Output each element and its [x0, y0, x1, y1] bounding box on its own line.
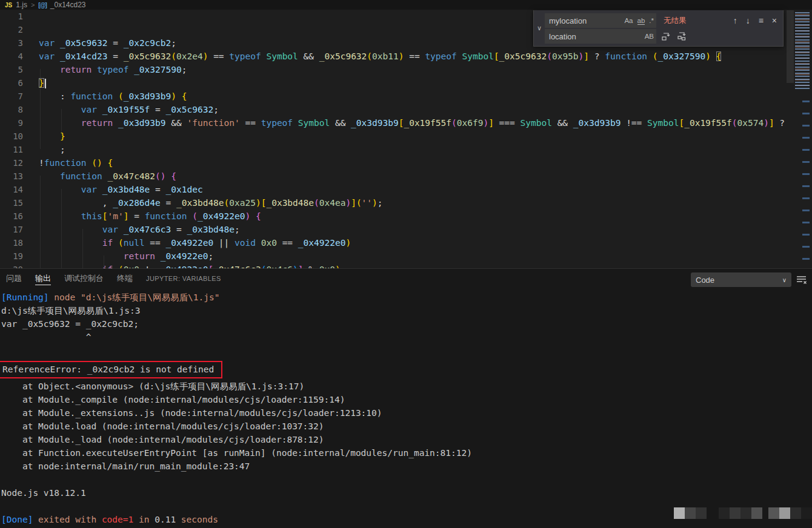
- code-token: _0x286d4e: [113, 198, 161, 208]
- line-number: 16: [0, 210, 23, 223]
- output-line: var _0x5c9632 = _0x2c9cb2;: [1, 317, 812, 331]
- code-line[interactable]: 15 , _0x286d4e = _0x3bd48e(0xa25)[_0x3bd…: [0, 196, 812, 210]
- text-cursor: [45, 79, 46, 88]
- code-token: [39, 65, 60, 74]
- clear-output-icon[interactable]: [796, 275, 807, 285]
- code-token: ): [161, 171, 166, 181]
- code-token: [166, 171, 171, 181]
- code-line[interactable]: 14 var _0x3bd48e = _0x1dec: [0, 183, 812, 196]
- line-number: 10: [0, 130, 23, 143]
- panel-tab[interactable]: 调试控制台: [64, 269, 104, 288]
- code-token: ==: [145, 238, 166, 248]
- code-token: null: [124, 238, 145, 248]
- code-token: (: [732, 118, 737, 128]
- output-channel-select[interactable]: Code ∨: [691, 272, 791, 287]
- code-token: var: [81, 105, 102, 114]
- previous-match-icon[interactable]: ↑: [733, 16, 737, 25]
- minimap-marks: [802, 101, 810, 264]
- code-line[interactable]: 12!function () {: [0, 156, 812, 170]
- indent-guide: [82, 229, 83, 268]
- output-line: Node.js v18.12.1: [1, 486, 812, 500]
- code-text: : function (_0x3d93b9) {: [39, 91, 187, 101]
- output-channel-value: Code: [696, 276, 714, 285]
- replace-input[interactable]: [545, 29, 656, 44]
- code-token: =: [150, 105, 165, 114]
- code-token: _0x3bd48e: [176, 198, 224, 208]
- indent-guide: [61, 109, 62, 136]
- code-token: [102, 158, 108, 168]
- code-token: [: [679, 118, 684, 128]
- code-token: =: [128, 211, 144, 221]
- code-token: (: [224, 198, 230, 208]
- code-line[interactable]: 9 return _0x3d93b9 && 'function' == type…: [0, 116, 812, 130]
- match-case-icon[interactable]: Aa: [624, 17, 633, 24]
- code-line[interactable]: 10 }: [0, 130, 812, 143]
- next-match-icon[interactable]: ↓: [746, 16, 750, 25]
- code-token: _0x4922e0: [298, 238, 346, 248]
- code-token: (: [356, 198, 362, 208]
- code-token: &&: [330, 118, 351, 128]
- close-icon[interactable]: ×: [772, 16, 777, 25]
- line-number: 1: [0, 10, 23, 23]
- code-token: var: [39, 51, 60, 61]
- code-token: d:\js练手项目\网易易盾\1.js:3: [1, 306, 141, 315]
- scrollbar-thumb[interactable]: [787, 10, 794, 83]
- code-token: _0x4922e0: [198, 211, 245, 221]
- code-token: =: [150, 185, 165, 194]
- code-line[interactable]: 11 ;: [0, 143, 812, 156]
- minimap[interactable]: [794, 10, 812, 268]
- code-token: if: [102, 238, 118, 248]
- code-text: var _0x14cd23 = _0x5c9632(0x2e4) == type…: [39, 51, 721, 61]
- code-token: Symbol: [521, 118, 552, 128]
- output-console[interactable]: [Running] node "d:\js练手项目\网易易盾\1.js"d:\j…: [0, 289, 812, 528]
- code-token: _0x19f55f: [102, 105, 150, 114]
- code-line[interactable]: 8 var _0x19f55f = _0x5c9632;: [0, 103, 812, 116]
- code-token: function: [60, 171, 108, 181]
- code-token: at Function.executeUserEntryPoint [as ru…: [1, 448, 472, 458]
- regex-icon[interactable]: .*: [649, 17, 654, 24]
- code-token: function: [605, 51, 653, 61]
- code-token: 0xa25: [229, 198, 256, 208]
- code-token: at Object.<anonymous> (d:\js练手项目\网易易盾\1.…: [1, 381, 304, 391]
- code-line[interactable]: 4var _0x14cd23 = _0x5c9632(0x2e4) == typ…: [0, 50, 812, 63]
- output-line: d:\js练手项目\网易易盾\1.js:3: [1, 304, 812, 317]
- code-line[interactable]: 6}: [0, 76, 812, 90]
- code-token: ==: [240, 118, 261, 128]
- code-line[interactable]: 18 if (null == _0x4922e0 || void 0x0 == …: [0, 236, 812, 249]
- code-token: ==: [277, 238, 298, 248]
- code-token: [39, 225, 102, 234]
- panel-tab[interactable]: 输出: [35, 269, 51, 288]
- code-token: ): [171, 91, 176, 101]
- code-token: ;: [213, 105, 219, 114]
- code-token: !==: [621, 118, 647, 128]
- code-token: _0x3d93b9: [573, 118, 621, 128]
- code-token: 0.11: [155, 515, 176, 524]
- find-in-selection-icon[interactable]: ≡: [759, 16, 764, 25]
- code-token: {: [108, 158, 113, 168]
- code-line[interactable]: 13 function _0x47c482() {: [0, 170, 812, 183]
- chevron-right-icon: >: [31, 1, 35, 8]
- code-token: [: [102, 211, 108, 221]
- replace-icon[interactable]: [661, 31, 671, 41]
- code-line[interactable]: 17 var _0x47c6c3 = _0x3bd48e;: [0, 223, 812, 236]
- panel-tab-bar: 问题输出调试控制台终端JUPYTER: VARIABLES: [0, 269, 221, 288]
- breadcrumb-file[interactable]: 1.js: [16, 1, 27, 9]
- code-line[interactable]: 19 return _0x4922e0;: [0, 249, 812, 263]
- code-line[interactable]: 16 this['m'] = function (_0x4922e0) {: [0, 210, 812, 223]
- code-line[interactable]: 5 return typeof _0x327590;: [0, 63, 812, 76]
- code-line[interactable]: 20 if (0x0 != _0x4922e0[_0x47c6c3(0x4c6)…: [0, 263, 812, 268]
- breadcrumb-symbol[interactable]: _0x14cd23: [50, 1, 86, 9]
- panel-tab[interactable]: 终端: [117, 269, 133, 288]
- panel-tab[interactable]: JUPYTER: VARIABLES: [146, 269, 221, 288]
- panel-tab[interactable]: 问题: [6, 269, 22, 288]
- toggle-replace-button[interactable]: ∨: [534, 10, 545, 46]
- whole-word-icon[interactable]: ab: [637, 17, 645, 25]
- code-editor[interactable]: 123var _0x5c9632 = _0x2c9cb2;4var _0x14c…: [0, 10, 812, 268]
- code-token: _0x47c6c3: [124, 225, 171, 234]
- replace-all-icon[interactable]: [677, 31, 687, 41]
- preserve-case-icon[interactable]: AB: [645, 33, 654, 40]
- code-token: ==: [404, 51, 425, 61]
- line-number: 2: [0, 23, 23, 36]
- code-token: _0x14cd23: [60, 51, 108, 61]
- code-line[interactable]: 7 : function (_0x3d93b9) {: [0, 90, 812, 103]
